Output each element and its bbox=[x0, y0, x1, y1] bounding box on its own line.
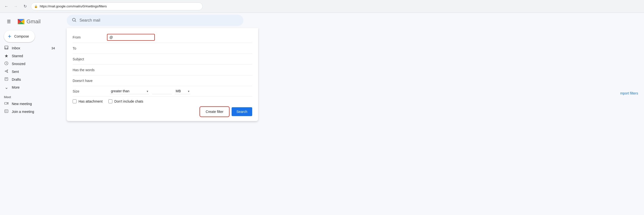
filter-row-doesnt-have: Doesn't have bbox=[72, 75, 252, 86]
compose-plus-icon: + bbox=[8, 34, 11, 39]
search-overlay: From To Subject Has the words bbox=[63, 13, 644, 121]
size-operator-wrapper[interactable]: greater than less than bbox=[110, 88, 149, 94]
to-label: To bbox=[72, 46, 107, 50]
back-button[interactable]: ← bbox=[3, 3, 10, 10]
size-operator-select[interactable]: greater than less than bbox=[110, 88, 149, 94]
drafts-label: Drafts bbox=[12, 78, 55, 82]
search-bar-container bbox=[63, 13, 644, 28]
filter-row-to: To bbox=[72, 43, 252, 54]
sent-icon bbox=[4, 69, 9, 74]
doesnt-have-label: Doesn't have bbox=[72, 79, 107, 83]
search-icon bbox=[72, 18, 76, 24]
new-meeting-label: New meeting bbox=[12, 102, 55, 106]
size-unit-select[interactable]: MB KB Bytes bbox=[175, 88, 190, 94]
action-row: Create filter Search bbox=[72, 105, 252, 116]
to-input[interactable] bbox=[107, 46, 252, 51]
doesnt-have-input[interactable] bbox=[107, 78, 252, 84]
reload-button[interactable]: ↻ bbox=[22, 3, 28, 10]
inbox-label: Inbox bbox=[12, 46, 48, 50]
main-content: IMAP Add-ons Chat and Meet Advanced Offl… bbox=[63, 13, 644, 215]
create-filter-button[interactable]: Create filter bbox=[200, 107, 228, 116]
filter-row-has-words: Has the words bbox=[72, 64, 252, 75]
sidebar-item-drafts[interactable]: Drafts bbox=[0, 76, 59, 84]
url-text: https://mail.google.com/mail/u/0/#settin… bbox=[40, 4, 107, 8]
has-words-input[interactable] bbox=[107, 67, 252, 73]
sidebar-item-join-meeting[interactable]: Join a meeting bbox=[0, 108, 59, 116]
gmail-logo: Gmail bbox=[17, 17, 40, 26]
search-input[interactable] bbox=[80, 18, 238, 22]
sidebar-item-snoozed[interactable]: Snoozed bbox=[0, 60, 59, 68]
inbox-badge: 34 bbox=[52, 46, 55, 50]
search-button[interactable]: Search bbox=[232, 107, 252, 116]
browser-chrome: ← → ↻ 🔒 https://mail.google.com/mail/u/0… bbox=[0, 0, 644, 13]
has-attachment-checkbox-label[interactable]: Has attachment bbox=[72, 100, 102, 103]
sidebar: ☰ Gmail + Compose Inbox bbox=[0, 13, 63, 215]
meet-section-label: Meet bbox=[0, 91, 63, 100]
has-attachment-checkbox[interactable] bbox=[72, 100, 76, 103]
hamburger-button[interactable]: ☰ bbox=[4, 17, 14, 26]
snoozed-icon bbox=[4, 61, 9, 67]
search-bar[interactable] bbox=[67, 15, 243, 26]
filter-row-size: Size greater than less than MB KB Bytes bbox=[72, 86, 252, 96]
forward-button[interactable]: → bbox=[12, 3, 19, 10]
starred-label: Starred bbox=[12, 54, 55, 58]
size-unit-wrapper[interactable]: MB KB Bytes bbox=[175, 88, 190, 94]
join-meeting-label: Join a meeting bbox=[12, 110, 55, 114]
subject-input[interactable] bbox=[107, 56, 252, 62]
more-label: More bbox=[12, 86, 55, 89]
sidebar-item-new-meeting[interactable]: New meeting bbox=[0, 100, 59, 108]
sidebar-item-inbox[interactable]: Inbox 34 bbox=[0, 44, 59, 52]
filter-row-from: From bbox=[72, 32, 252, 43]
starred-icon: ★ bbox=[4, 53, 9, 59]
size-value-input[interactable] bbox=[152, 88, 172, 94]
sidebar-item-starred[interactable]: ★ Starred bbox=[0, 52, 59, 60]
filter-panel: From To Subject Has the words bbox=[67, 28, 258, 121]
dont-include-chats-checkbox-label[interactable]: Don't include chats bbox=[108, 100, 143, 103]
inbox-icon bbox=[4, 45, 9, 51]
dont-include-chats-label: Don't include chats bbox=[114, 100, 143, 103]
app-container: ☰ Gmail + Compose Inbox bbox=[0, 13, 644, 215]
svg-rect-8 bbox=[5, 102, 7, 104]
size-label: Size bbox=[72, 89, 107, 93]
more-icon: ⌄ bbox=[4, 85, 9, 90]
has-words-label: Has the words bbox=[72, 68, 107, 72]
compose-label: Compose bbox=[14, 34, 29, 38]
join-meeting-icon bbox=[4, 109, 9, 114]
dont-include-chats-checkbox[interactable] bbox=[108, 100, 112, 103]
snoozed-label: Snoozed bbox=[12, 62, 55, 66]
sidebar-item-sent[interactable]: Sent bbox=[0, 68, 59, 76]
has-attachment-label: Has attachment bbox=[78, 100, 102, 103]
new-meeting-icon bbox=[4, 101, 9, 107]
from-label: From bbox=[72, 35, 107, 39]
compose-button[interactable]: + Compose bbox=[4, 30, 35, 42]
sidebar-item-more[interactable]: ⌄ More bbox=[0, 84, 59, 91]
lock-icon: 🔒 bbox=[34, 5, 38, 8]
sidebar-header: ☰ Gmail bbox=[0, 15, 63, 30]
sent-label: Sent bbox=[12, 70, 55, 74]
address-bar[interactable]: 🔒 https://mail.google.com/mail/u/0/#sett… bbox=[31, 2, 203, 10]
svg-rect-5 bbox=[5, 48, 8, 49]
svg-rect-9 bbox=[5, 110, 8, 113]
filter-row-subject: Subject bbox=[72, 54, 252, 64]
gmail-title: Gmail bbox=[26, 18, 40, 25]
drafts-icon bbox=[4, 77, 9, 82]
from-input[interactable] bbox=[107, 34, 155, 41]
checkbox-row: Has attachment Don't include chats bbox=[72, 96, 252, 105]
from-field-wrapper bbox=[107, 34, 252, 41]
subject-label: Subject bbox=[72, 57, 107, 61]
gmail-logo-icon bbox=[17, 17, 26, 26]
